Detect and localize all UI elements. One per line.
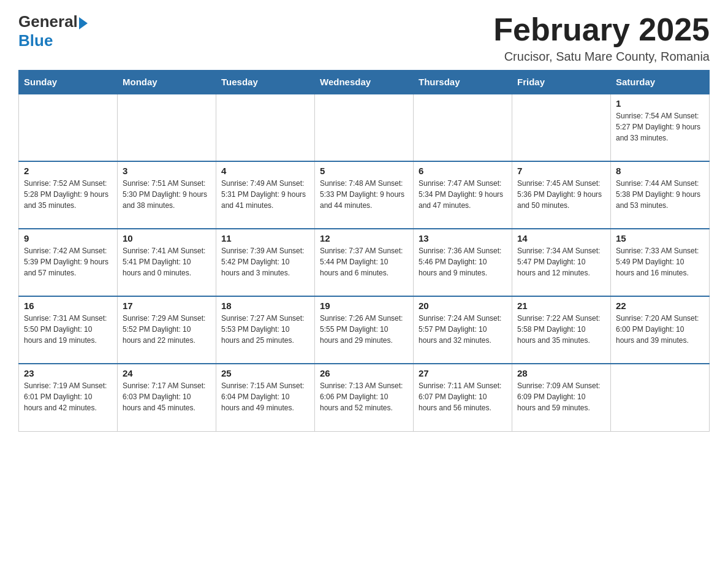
table-row: 9Sunrise: 7:42 AM Sunset: 5:39 PM Daylig… bbox=[19, 229, 118, 296]
day-number: 13 bbox=[419, 233, 507, 243]
day-number: 7 bbox=[517, 166, 605, 176]
day-info: Sunrise: 7:13 AM Sunset: 6:06 PM Dayligh… bbox=[320, 380, 408, 413]
day-number: 8 bbox=[616, 166, 704, 176]
table-row: 18Sunrise: 7:27 AM Sunset: 5:53 PM Dayli… bbox=[216, 296, 315, 364]
day-info: Sunrise: 7:31 AM Sunset: 5:50 PM Dayligh… bbox=[24, 313, 112, 346]
day-number: 2 bbox=[24, 166, 112, 176]
calendar-week-row: 1Sunrise: 7:54 AM Sunset: 5:27 PM Daylig… bbox=[19, 94, 710, 161]
table-row bbox=[118, 94, 216, 161]
header-wednesday: Wednesday bbox=[315, 71, 414, 94]
table-row: 10Sunrise: 7:41 AM Sunset: 5:41 PM Dayli… bbox=[118, 229, 216, 296]
day-number: 28 bbox=[517, 368, 605, 378]
table-row: 23Sunrise: 7:19 AM Sunset: 6:01 PM Dayli… bbox=[19, 364, 118, 431]
table-row bbox=[315, 94, 414, 161]
day-number: 27 bbox=[419, 368, 507, 378]
day-info: Sunrise: 7:29 AM Sunset: 5:52 PM Dayligh… bbox=[123, 313, 211, 346]
table-row: 17Sunrise: 7:29 AM Sunset: 5:52 PM Dayli… bbox=[118, 296, 216, 364]
day-info: Sunrise: 7:22 AM Sunset: 5:58 PM Dayligh… bbox=[517, 313, 605, 346]
day-number: 17 bbox=[123, 301, 211, 311]
table-row: 1Sunrise: 7:54 AM Sunset: 5:27 PM Daylig… bbox=[611, 94, 710, 161]
header-sunday: Sunday bbox=[19, 71, 118, 94]
day-info: Sunrise: 7:44 AM Sunset: 5:38 PM Dayligh… bbox=[616, 178, 704, 211]
day-info: Sunrise: 7:37 AM Sunset: 5:44 PM Dayligh… bbox=[320, 245, 408, 278]
day-info: Sunrise: 7:49 AM Sunset: 5:31 PM Dayligh… bbox=[221, 178, 309, 211]
day-info: Sunrise: 7:52 AM Sunset: 5:28 PM Dayligh… bbox=[24, 178, 112, 211]
header-saturday: Saturday bbox=[611, 71, 710, 94]
weekday-header-row: Sunday Monday Tuesday Wednesday Thursday… bbox=[19, 71, 710, 94]
day-info: Sunrise: 7:19 AM Sunset: 6:01 PM Dayligh… bbox=[24, 380, 112, 413]
table-row: 2Sunrise: 7:52 AM Sunset: 5:28 PM Daylig… bbox=[19, 161, 118, 229]
logo: General Blue bbox=[18, 12, 88, 50]
day-info: Sunrise: 7:42 AM Sunset: 5:39 PM Dayligh… bbox=[24, 245, 112, 278]
day-number: 11 bbox=[221, 233, 309, 243]
day-info: Sunrise: 7:48 AM Sunset: 5:33 PM Dayligh… bbox=[320, 178, 408, 211]
header-tuesday: Tuesday bbox=[216, 71, 315, 94]
day-info: Sunrise: 7:39 AM Sunset: 5:42 PM Dayligh… bbox=[221, 245, 309, 278]
month-title: February 2025 bbox=[493, 12, 710, 47]
day-number: 26 bbox=[320, 368, 408, 378]
day-info: Sunrise: 7:17 AM Sunset: 6:03 PM Dayligh… bbox=[123, 380, 211, 413]
day-number: 12 bbox=[320, 233, 408, 243]
table-row: 25Sunrise: 7:15 AM Sunset: 6:04 PM Dayli… bbox=[216, 364, 315, 431]
page-header: General Blue February 2025 Crucisor, Sat… bbox=[18, 12, 710, 64]
day-info: Sunrise: 7:20 AM Sunset: 6:00 PM Dayligh… bbox=[616, 313, 704, 346]
day-info: Sunrise: 7:24 AM Sunset: 5:57 PM Dayligh… bbox=[419, 313, 507, 346]
table-row: 7Sunrise: 7:45 AM Sunset: 5:36 PM Daylig… bbox=[512, 161, 611, 229]
day-number: 1 bbox=[616, 98, 704, 109]
day-number: 24 bbox=[123, 368, 211, 378]
day-info: Sunrise: 7:47 AM Sunset: 5:34 PM Dayligh… bbox=[419, 178, 507, 211]
day-number: 5 bbox=[320, 166, 408, 176]
day-number: 21 bbox=[517, 301, 605, 311]
logo-blue-text: Blue bbox=[18, 31, 53, 50]
header-thursday: Thursday bbox=[414, 71, 512, 94]
table-row: 4Sunrise: 7:49 AM Sunset: 5:31 PM Daylig… bbox=[216, 161, 315, 229]
table-row: 16Sunrise: 7:31 AM Sunset: 5:50 PM Dayli… bbox=[19, 296, 118, 364]
day-number: 15 bbox=[616, 233, 704, 243]
calendar-table: Sunday Monday Tuesday Wednesday Thursday… bbox=[18, 70, 710, 432]
table-row: 21Sunrise: 7:22 AM Sunset: 5:58 PM Dayli… bbox=[512, 296, 611, 364]
day-info: Sunrise: 7:33 AM Sunset: 5:49 PM Dayligh… bbox=[616, 245, 704, 278]
day-number: 20 bbox=[419, 301, 507, 311]
table-row: 22Sunrise: 7:20 AM Sunset: 6:00 PM Dayli… bbox=[611, 296, 710, 364]
table-row: 24Sunrise: 7:17 AM Sunset: 6:03 PM Dayli… bbox=[118, 364, 216, 431]
table-row: 26Sunrise: 7:13 AM Sunset: 6:06 PM Dayli… bbox=[315, 364, 414, 431]
calendar-week-row: 9Sunrise: 7:42 AM Sunset: 5:39 PM Daylig… bbox=[19, 229, 710, 296]
title-section: February 2025 Crucisor, Satu Mare County… bbox=[493, 12, 710, 64]
day-number: 10 bbox=[123, 233, 211, 243]
day-number: 25 bbox=[221, 368, 309, 378]
table-row: 14Sunrise: 7:34 AM Sunset: 5:47 PM Dayli… bbox=[512, 229, 611, 296]
table-row: 13Sunrise: 7:36 AM Sunset: 5:46 PM Dayli… bbox=[414, 229, 512, 296]
header-friday: Friday bbox=[512, 71, 611, 94]
day-number: 4 bbox=[221, 166, 309, 176]
table-row bbox=[611, 364, 710, 431]
table-row bbox=[512, 94, 611, 161]
day-number: 22 bbox=[616, 301, 704, 311]
day-info: Sunrise: 7:27 AM Sunset: 5:53 PM Dayligh… bbox=[221, 313, 309, 346]
day-number: 23 bbox=[24, 368, 112, 378]
table-row: 28Sunrise: 7:09 AM Sunset: 6:09 PM Dayli… bbox=[512, 364, 611, 431]
day-number: 18 bbox=[221, 301, 309, 311]
table-row: 19Sunrise: 7:26 AM Sunset: 5:55 PM Dayli… bbox=[315, 296, 414, 364]
logo-arrow-icon bbox=[79, 17, 88, 29]
day-number: 19 bbox=[320, 301, 408, 311]
table-row: 5Sunrise: 7:48 AM Sunset: 5:33 PM Daylig… bbox=[315, 161, 414, 229]
day-number: 14 bbox=[517, 233, 605, 243]
table-row bbox=[19, 94, 118, 161]
day-info: Sunrise: 7:11 AM Sunset: 6:07 PM Dayligh… bbox=[419, 380, 507, 413]
day-number: 3 bbox=[123, 166, 211, 176]
header-monday: Monday bbox=[118, 71, 216, 94]
calendar-week-row: 23Sunrise: 7:19 AM Sunset: 6:01 PM Dayli… bbox=[19, 364, 710, 431]
calendar-week-row: 16Sunrise: 7:31 AM Sunset: 5:50 PM Dayli… bbox=[19, 296, 710, 364]
day-info: Sunrise: 7:41 AM Sunset: 5:41 PM Dayligh… bbox=[123, 245, 211, 278]
table-row: 3Sunrise: 7:51 AM Sunset: 5:30 PM Daylig… bbox=[118, 161, 216, 229]
location-subtitle: Crucisor, Satu Mare County, Romania bbox=[493, 50, 710, 64]
table-row: 12Sunrise: 7:37 AM Sunset: 5:44 PM Dayli… bbox=[315, 229, 414, 296]
table-row bbox=[216, 94, 315, 161]
day-number: 9 bbox=[24, 233, 112, 243]
calendar-week-row: 2Sunrise: 7:52 AM Sunset: 5:28 PM Daylig… bbox=[19, 161, 710, 229]
day-info: Sunrise: 7:15 AM Sunset: 6:04 PM Dayligh… bbox=[221, 380, 309, 413]
day-info: Sunrise: 7:26 AM Sunset: 5:55 PM Dayligh… bbox=[320, 313, 408, 346]
day-info: Sunrise: 7:45 AM Sunset: 5:36 PM Dayligh… bbox=[517, 178, 605, 211]
day-info: Sunrise: 7:51 AM Sunset: 5:30 PM Dayligh… bbox=[123, 178, 211, 211]
day-info: Sunrise: 7:34 AM Sunset: 5:47 PM Dayligh… bbox=[517, 245, 605, 278]
